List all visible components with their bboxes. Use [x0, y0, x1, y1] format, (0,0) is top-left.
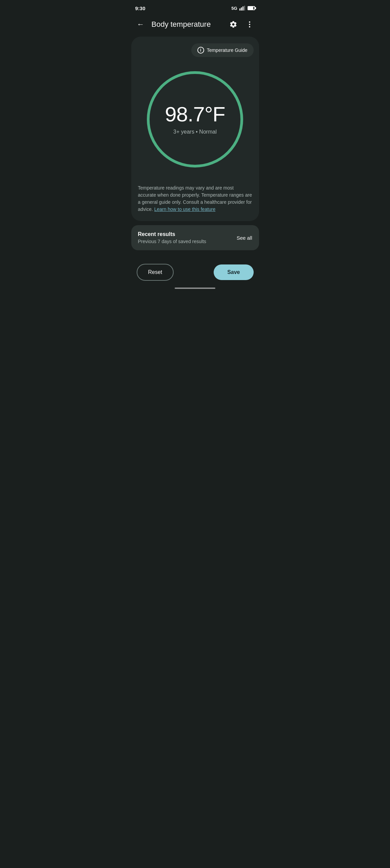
- recent-results-text-group: Recent results Previous 7 days of saved …: [138, 231, 207, 244]
- svg-point-5: [249, 24, 250, 25]
- top-nav: ← Body temperature: [129, 15, 262, 35]
- home-bar: [129, 285, 262, 293]
- svg-point-4: [249, 21, 250, 23]
- see-all-button[interactable]: See all: [237, 235, 252, 241]
- svg-point-6: [249, 26, 250, 27]
- svg-rect-2: [242, 6, 243, 11]
- page-title: Body temperature: [152, 20, 222, 29]
- status-time: 9:30: [135, 5, 145, 11]
- more-options-button[interactable]: [243, 18, 256, 31]
- signal-icon: [239, 6, 246, 11]
- temperature-value: 98.7°F: [165, 104, 225, 125]
- temperature-guide-button[interactable]: i Temperature Guide: [191, 43, 254, 57]
- svg-rect-0: [239, 8, 240, 11]
- more-vertical-icon: [246, 20, 254, 28]
- status-icons: 5G: [231, 6, 255, 11]
- bottom-bar: Reset Save: [129, 257, 262, 285]
- nav-actions: [227, 18, 256, 31]
- learn-more-link[interactable]: Learn how to use this feature: [154, 206, 216, 212]
- reset-button[interactable]: Reset: [137, 264, 174, 281]
- home-bar-indicator: [175, 288, 215, 289]
- back-arrow-icon: ←: [137, 20, 144, 29]
- save-button[interactable]: Save: [214, 264, 253, 280]
- recent-results-title: Recent results: [138, 231, 207, 237]
- temperature-guide-label: Temperature Guide: [207, 47, 248, 53]
- recent-results-subtitle: Previous 7 days of saved results: [138, 239, 207, 244]
- main-card: i Temperature Guide 98.7°F 3+ years • No…: [131, 37, 259, 221]
- svg-rect-3: [244, 6, 245, 11]
- temperature-display: 98.7°F 3+ years • Normal: [165, 104, 225, 135]
- settings-button[interactable]: [227, 18, 240, 31]
- gear-icon: [229, 20, 237, 28]
- status-bar: 9:30 5G: [129, 0, 262, 15]
- svg-rect-1: [241, 7, 242, 11]
- recent-results-card[interactable]: Recent results Previous 7 days of saved …: [131, 225, 259, 250]
- info-icon: i: [197, 47, 204, 54]
- network-indicator: 5G: [231, 6, 237, 11]
- back-button[interactable]: ←: [134, 18, 148, 31]
- temperature-subtitle: 3+ years • Normal: [173, 129, 217, 135]
- disclaimer-text: Temperature readings may vary and are mo…: [138, 184, 252, 213]
- temperature-circle-container: 98.7°F 3+ years • Normal: [144, 68, 246, 170]
- battery-icon: [248, 6, 255, 10]
